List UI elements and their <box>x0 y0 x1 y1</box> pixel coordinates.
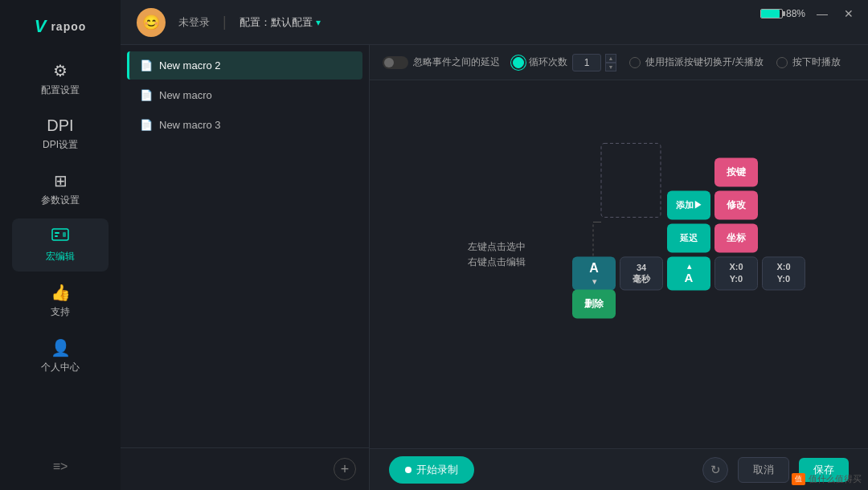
watermark: 值 值什么值得买 <box>792 473 862 485</box>
header-divider: | <box>223 14 227 31</box>
press-play-label: 按下时播放 <box>792 55 841 69</box>
canvas-hint: 左键点击选中 右键点击编辑 <box>468 239 526 270</box>
assign-key-radio[interactable] <box>629 57 641 68</box>
sidebar-item-profile-label: 个人中心 <box>41 361 80 374</box>
coord-button[interactable]: 坐标 <box>714 223 758 252</box>
grid-empty-12 <box>714 289 758 318</box>
coord-x2: X:0 <box>776 261 790 273</box>
grid-empty-5 <box>620 190 663 219</box>
loop-count-radio[interactable] <box>513 57 524 68</box>
logo-rapoo: rapoo <box>51 20 86 33</box>
sidebar-item-macro[interactable]: 宏编辑 <box>12 218 108 272</box>
spin-up-button[interactable]: ▲ <box>605 54 616 63</box>
ignore-delay-label: 忽略事件之间的延迟 <box>413 55 500 69</box>
svg-rect-1 <box>55 232 59 234</box>
macro-item-1[interactable]: 📄 New macro <box>127 81 362 109</box>
title-bar: 88% — ✕ <box>751 0 868 27</box>
config-name-label: 配置：默认配置 <box>240 15 313 30</box>
key-a2-arrow-up: ▴ <box>687 262 691 271</box>
delay-ms-label: 34 <box>637 262 646 273</box>
canvas-area: 左键点击选中 右键点击编辑 <box>370 80 868 448</box>
config-chevron-icon: ▾ <box>316 17 321 28</box>
toggle-knob <box>384 58 394 67</box>
record-dot-icon <box>405 467 411 473</box>
key-a-node[interactable]: A ▾ <box>572 256 616 290</box>
header: 😊 未登录 | 配置：默认配置 ▾ 88% — ✕ <box>121 0 868 45</box>
close-button[interactable]: ✕ <box>839 6 858 21</box>
battery-fill <box>761 10 780 18</box>
battery-pct: 88% <box>786 8 805 19</box>
grid-empty-0 <box>572 157 616 186</box>
grid-empty-2 <box>667 157 710 186</box>
hint-line2: 右键点击编辑 <box>468 255 526 270</box>
node-diagram: 左键点击选中 右键点击编辑 <box>572 157 805 351</box>
svg-rect-2 <box>55 235 58 237</box>
watermark-text: 值什么值得买 <box>809 473 862 485</box>
macro-name-1: New macro <box>159 89 212 101</box>
delay-node[interactable]: 34 毫秒 <box>620 256 663 290</box>
coord-node-2[interactable]: X:0 Y:0 <box>762 256 805 290</box>
sidebar-item-support-label: 支持 <box>51 305 70 319</box>
refresh-button[interactable]: ↻ <box>702 457 728 483</box>
macro-add-area: + <box>121 447 369 490</box>
collapse-button[interactable]: ≡> <box>47 453 75 480</box>
loop-count-input[interactable]: 1 <box>572 54 601 71</box>
key-a2-node[interactable]: ▴ A <box>667 256 710 290</box>
coord-y1: Y:0 <box>730 273 743 285</box>
sidebar-item-dpi[interactable]: DPI DPI设置 <box>12 108 108 160</box>
sidebar-item-config[interactable]: ⚙ 配置设置 <box>12 53 108 105</box>
sidebar-item-profile[interactable]: 👤 个人中心 <box>12 330 108 382</box>
grid-empty-4 <box>572 190 616 219</box>
cancel-button[interactable]: 取消 <box>738 457 789 483</box>
watermark-badge: 值 <box>792 473 805 485</box>
add-macro-button[interactable]: + <box>334 458 356 480</box>
key-a-label: A <box>589 261 599 276</box>
start-record-button[interactable]: 开始录制 <box>389 456 474 484</box>
avatar: 😊 <box>137 8 166 37</box>
loop-count-label: 循环次数 <box>529 55 567 69</box>
support-icon: 👍 <box>51 283 71 302</box>
sidebar-item-support[interactable]: 👍 支持 <box>12 275 108 327</box>
grid-empty-11 <box>667 289 710 318</box>
coord-node-1[interactable]: X:0 Y:0 <box>714 256 758 290</box>
dpi-icon: DPI <box>47 116 73 135</box>
coord-x1: X:0 <box>729 261 743 273</box>
macro-grid: 按键 添加▶ 修改 延迟 坐标 <box>572 157 805 351</box>
macro-panel: 📄 New macro 2 📄 New macro 📄 New macro 3 … <box>121 45 370 490</box>
start-record-label: 开始录制 <box>416 463 458 477</box>
grid-empty-8 <box>620 223 663 252</box>
logo-area: V rapoo <box>35 10 87 53</box>
add-button[interactable]: 添加▶ <box>667 190 710 219</box>
modify-button[interactable]: 延迟 <box>667 223 710 252</box>
battery-bar <box>760 9 783 18</box>
grid-empty-7 <box>572 223 616 252</box>
macro-item-2[interactable]: 📄 New macro 3 <box>127 111 362 139</box>
coord-y2: Y:0 <box>777 273 790 285</box>
minimize-button[interactable]: — <box>812 6 833 21</box>
macro-item-0[interactable]: 📄 New macro 2 <box>127 51 362 80</box>
sidebar-item-params[interactable]: ⊞ 参数设置 <box>12 163 108 215</box>
macro-name-2: New macro 3 <box>159 119 221 131</box>
grid-empty-1 <box>620 157 663 186</box>
sidebar-item-params-label: 参数设置 <box>41 194 80 207</box>
grid-empty-9 <box>762 223 805 252</box>
key-button[interactable]: 按键 <box>714 157 758 186</box>
options-bar: 忽略事件之间的延迟 循环次数 1 ▲ ▼ 使用指派按键切换开/关播放 <box>370 45 868 80</box>
sidebar-item-config-label: 配置设置 <box>41 84 80 97</box>
battery-indicator: 88% <box>760 8 805 19</box>
sidebar: V rapoo ⚙ 配置设置 DPI DPI设置 ⊞ 参数设置 宏编辑 <box>0 0 121 490</box>
ignore-delay-toggle[interactable] <box>383 56 408 69</box>
header-config[interactable]: 配置：默认配置 ▾ <box>240 15 321 30</box>
press-play-radio[interactable] <box>776 57 788 68</box>
spin-down-button[interactable]: ▼ <box>605 63 616 71</box>
grid-empty-10 <box>620 289 663 318</box>
svg-rect-3 <box>63 232 66 237</box>
delete-button[interactable]: 删除 <box>572 289 616 318</box>
content-area: 😊 未登录 | 配置：默认配置 ▾ 88% — ✕ <box>121 0 868 490</box>
macro-list: 📄 New macro 2 📄 New macro 📄 New macro 3 <box>121 45 369 447</box>
grid-empty-3 <box>762 157 805 186</box>
macro-icon <box>51 227 69 247</box>
key-a-arrow: ▾ <box>592 277 596 286</box>
delay-button[interactable]: 修改 <box>714 190 758 219</box>
hint-line1: 左键点击选中 <box>468 239 526 255</box>
